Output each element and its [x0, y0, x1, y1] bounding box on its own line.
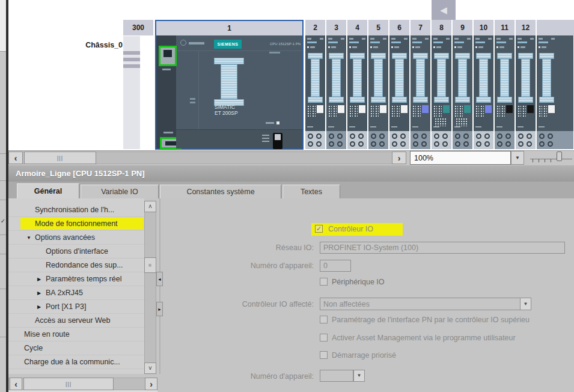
- tree-hscroll-left-button[interactable]: ‹: [10, 378, 22, 390]
- tree-expanded-icon[interactable]: ▼: [26, 231, 31, 245]
- slot-header-12[interactable]: 12: [516, 20, 536, 35]
- controller-io-checkbox[interactable]: ✓: [315, 225, 323, 233]
- reseau-io-label: Réseau IO:: [165, 243, 314, 252]
- slot-header-8[interactable]: 8: [432, 20, 451, 35]
- module-label-bar: [454, 126, 460, 127]
- zoom-slider-knob[interactable]: [557, 152, 562, 161]
- module-terminal-footer: [389, 131, 409, 149]
- splitter-collapse-right-button[interactable]: ►: [156, 302, 163, 316]
- terminal-hole-icon: [548, 141, 553, 147]
- tree-item-port-x1-p3[interactable]: ▶Port [X1 P3]: [8, 300, 144, 314]
- terminal-block-flange: [476, 97, 491, 103]
- tree-vscroll-down-button[interactable]: ˅: [144, 363, 156, 374]
- slot-header-2[interactable]: 2: [305, 20, 325, 35]
- profinet-port-icon[interactable]: [159, 46, 177, 66]
- device-hscroll-right-button[interactable]: ›: [392, 152, 406, 164]
- tree-vscroll-track[interactable]: [144, 201, 156, 374]
- io-module-partial[interactable]: [537, 35, 573, 149]
- io-module-slot-10[interactable]: [474, 35, 493, 149]
- tree-item-options-avancees[interactable]: ▼Options avancées: [8, 231, 144, 245]
- tree-vscroll-thumb[interactable]: ≡: [144, 257, 156, 273]
- terminal-hole-icon: [337, 133, 343, 139]
- tree-item-redondance-des-sup[interactable]: Redondance des sup...: [8, 259, 144, 272]
- terminal-block-flange: [413, 97, 428, 103]
- mode-switch[interactable]: [273, 133, 282, 149]
- module-accent-square: [401, 105, 408, 113]
- tree-item-parametres-temps-reel[interactable]: ▶Paramètres temps réel: [8, 272, 144, 286]
- reseau-io-field[interactable]: PROFINET IO-System (100): [320, 242, 565, 254]
- io-module-slot-5[interactable]: [368, 35, 388, 149]
- slot-header-partial[interactable]: [537, 20, 574, 35]
- tree-item-ba-2xrj45[interactable]: ▶BA 2xRJ45: [8, 286, 144, 300]
- terminal-hole-icon: [392, 141, 397, 147]
- controleur-affecte-dropdown-button[interactable]: ▼: [520, 298, 531, 310]
- demarrage-priorise-checkbox[interactable]: [320, 351, 328, 359]
- grip-icon: |||: [57, 155, 63, 161]
- module-accent-square: [506, 105, 513, 113]
- tree-collapsed-icon[interactable]: ▶: [37, 300, 41, 314]
- io-module-slot-4[interactable]: [347, 35, 367, 149]
- slot-header-6[interactable]: 6: [389, 20, 409, 35]
- cpu-family-label: SIMATICET 200SP: [215, 104, 257, 116]
- tab-variable-io[interactable]: Variable IO: [81, 185, 159, 198]
- slot-header-5[interactable]: 5: [368, 20, 388, 35]
- io-module-slot-2[interactable]: [305, 35, 325, 149]
- asset-management-checkbox[interactable]: [320, 334, 328, 341]
- slot-header-300[interactable]: 300: [123, 20, 153, 35]
- terminal-hole-icon: [371, 141, 376, 147]
- splitter-collapse-left-button[interactable]: ◄: [156, 272, 163, 286]
- tree-collapsed-icon[interactable]: ▶: [37, 272, 41, 286]
- tree-form-splitter[interactable]: [159, 198, 160, 374]
- slot-header-1[interactable]: 1: [156, 21, 302, 35]
- zoom-combo-dropdown-button[interactable]: ▼: [511, 151, 524, 165]
- slot-header-10[interactable]: 10: [474, 20, 493, 35]
- tree-hscroll-right-button[interactable]: ›: [145, 378, 157, 390]
- io-module-slot-3[interactable]: [326, 35, 346, 149]
- properties-title-bar[interactable]: Armoire_Ligne [CPU 1512SP-1 PN]: [8, 165, 574, 182]
- io-module-slot-6[interactable]: [389, 35, 409, 149]
- tree-vscroll-up-button[interactable]: ˄: [144, 201, 156, 212]
- io-module-slot-8[interactable]: [432, 35, 451, 149]
- tree-item-mise-en-route[interactable]: Mise en route: [8, 328, 144, 341]
- asset-management-label: Activer Asset Management via le programm…: [332, 334, 574, 342]
- wiring-dots: [438, 105, 442, 117]
- module-label-bar: [404, 38, 408, 40]
- module-label-bar: [362, 38, 365, 40]
- terminal-hole-icon: [316, 141, 322, 147]
- tab-constantes-systeme[interactable]: Constantes système: [160, 185, 281, 198]
- left-strip-divider: [0, 337, 6, 337]
- tree-item-charge-due-a-la-communic[interactable]: Charge due à la communic...: [8, 355, 144, 369]
- module-led-icon: [412, 46, 414, 48]
- tree-hscroll-thumb[interactable]: |||: [23, 378, 114, 390]
- io-module-slot-9[interactable]: [453, 35, 472, 149]
- tab-textes[interactable]: Textes: [282, 185, 340, 198]
- zoom-slider[interactable]: [529, 150, 574, 165]
- tree-item-cycle[interactable]: Cycle: [8, 341, 144, 355]
- slot-header-3[interactable]: 3: [326, 20, 346, 35]
- tab-general[interactable]: Général: [17, 183, 79, 198]
- tree-item-mode-de-fonctionnement[interactable]: Mode de fonctionnement: [8, 217, 144, 231]
- zoom-slider-tick: [551, 159, 551, 162]
- slot-header-4[interactable]: 4: [347, 20, 367, 35]
- tree-item-acces-au-serveur-web[interactable]: Accès au serveur Web: [8, 314, 144, 328]
- numero-appareil2-dropdown[interactable]: [320, 370, 353, 382]
- demarrage-priorise-label: Démarrage priorisé: [332, 351, 396, 360]
- slot-header-7[interactable]: 7: [411, 20, 430, 35]
- io-module-slot-11[interactable]: [495, 35, 514, 149]
- tree-collapsed-icon[interactable]: ▶: [37, 286, 41, 300]
- module-accent-square: [317, 105, 323, 113]
- io-module-slot-7[interactable]: [411, 35, 430, 149]
- numero-appareil-field[interactable]: 0: [320, 260, 351, 272]
- param-pn-checkbox[interactable]: [320, 316, 328, 323]
- peripherique-io-checkbox[interactable]: [320, 278, 328, 286]
- zoom-level-combo[interactable]: 100%: [410, 151, 511, 165]
- device-hscroll-left-button[interactable]: ‹: [8, 152, 23, 164]
- device-hscroll-thumb[interactable]: |||: [24, 152, 96, 164]
- io-module-slot-12[interactable]: [516, 35, 536, 149]
- tree-item-options-d-interface[interactable]: Options d'interface: [8, 245, 144, 259]
- numero-appareil2-dropdown-button[interactable]: ▼: [353, 370, 365, 382]
- slot-header-11[interactable]: 11: [495, 20, 514, 35]
- slot-header-9[interactable]: 9: [453, 20, 472, 35]
- controleur-affecte-dropdown[interactable]: Non affectées: [320, 298, 531, 310]
- tree-item-synchronisation-de-l-h[interactable]: Synchronisation de l'h...: [8, 203, 144, 217]
